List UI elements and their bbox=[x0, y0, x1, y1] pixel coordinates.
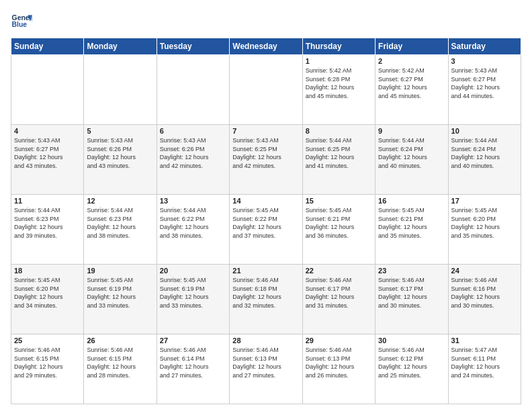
day-info: Sunrise: 5:45 AM Sunset: 6:20 PM Dayligh… bbox=[14, 276, 81, 310]
day-number: 19 bbox=[87, 267, 153, 275]
weekday-header-wednesday: Wednesday bbox=[230, 38, 302, 55]
day-number: 21 bbox=[232, 267, 299, 275]
day-number: 31 bbox=[451, 336, 518, 345]
day-number: 11 bbox=[14, 197, 81, 205]
day-number: 27 bbox=[160, 336, 226, 345]
calendar-cell bbox=[230, 55, 302, 125]
calendar-cell: 1Sunrise: 5:42 AM Sunset: 6:28 PM Daylig… bbox=[302, 55, 375, 125]
calendar-cell: 19Sunrise: 5:45 AM Sunset: 6:19 PM Dayli… bbox=[84, 265, 157, 334]
calendar-cell: 27Sunrise: 5:46 AM Sunset: 6:14 PM Dayli… bbox=[157, 334, 229, 404]
day-number: 6 bbox=[160, 127, 226, 135]
calendar-cell: 10Sunrise: 5:44 AM Sunset: 6:24 PM Dayli… bbox=[448, 125, 521, 195]
calendar-cell: 18Sunrise: 5:45 AM Sunset: 6:20 PM Dayli… bbox=[11, 265, 84, 334]
day-number: 29 bbox=[306, 336, 372, 345]
calendar-cell: 6Sunrise: 5:43 AM Sunset: 6:26 PM Daylig… bbox=[157, 125, 229, 195]
day-number: 3 bbox=[451, 57, 518, 65]
calendar-cell: 31Sunrise: 5:47 AM Sunset: 6:11 PM Dayli… bbox=[448, 334, 521, 404]
day-info: Sunrise: 5:43 AM Sunset: 6:25 PM Dayligh… bbox=[232, 136, 299, 170]
day-info: Sunrise: 5:42 AM Sunset: 6:28 PM Dayligh… bbox=[306, 66, 372, 100]
day-number: 2 bbox=[378, 57, 445, 65]
day-number: 25 bbox=[14, 336, 81, 345]
day-number: 23 bbox=[378, 267, 445, 275]
day-number: 8 bbox=[306, 127, 372, 135]
day-info: Sunrise: 5:46 AM Sunset: 6:15 PM Dayligh… bbox=[14, 346, 81, 379]
day-info: Sunrise: 5:44 AM Sunset: 6:23 PM Dayligh… bbox=[87, 206, 153, 240]
calendar-cell: 2Sunrise: 5:42 AM Sunset: 6:27 PM Daylig… bbox=[375, 55, 448, 125]
day-number: 16 bbox=[378, 197, 445, 205]
day-info: Sunrise: 5:45 AM Sunset: 6:22 PM Dayligh… bbox=[232, 206, 299, 240]
week-row-2: 4Sunrise: 5:43 AM Sunset: 6:27 PM Daylig… bbox=[11, 125, 521, 195]
calendar-cell: 5Sunrise: 5:43 AM Sunset: 6:26 PM Daylig… bbox=[84, 125, 157, 195]
day-info: Sunrise: 5:44 AM Sunset: 6:23 PM Dayligh… bbox=[14, 206, 81, 240]
svg-text:Blue: Blue bbox=[12, 21, 28, 28]
calendar-cell bbox=[84, 55, 157, 125]
day-number: 5 bbox=[87, 127, 153, 135]
day-info: Sunrise: 5:46 AM Sunset: 6:17 PM Dayligh… bbox=[306, 276, 372, 310]
calendar-cell: 16Sunrise: 5:45 AM Sunset: 6:21 PM Dayli… bbox=[375, 195, 448, 265]
day-info: Sunrise: 5:45 AM Sunset: 6:21 PM Dayligh… bbox=[378, 206, 445, 240]
day-number: 7 bbox=[232, 127, 299, 135]
day-info: Sunrise: 5:46 AM Sunset: 6:16 PM Dayligh… bbox=[451, 276, 518, 310]
logo-icon: General Blue bbox=[11, 11, 32, 32]
day-number: 13 bbox=[160, 197, 226, 205]
day-info: Sunrise: 5:46 AM Sunset: 6:17 PM Dayligh… bbox=[378, 276, 445, 310]
week-row-4: 18Sunrise: 5:45 AM Sunset: 6:20 PM Dayli… bbox=[11, 265, 521, 334]
day-number: 10 bbox=[451, 127, 518, 135]
day-info: Sunrise: 5:46 AM Sunset: 6:18 PM Dayligh… bbox=[232, 276, 299, 310]
calendar-cell: 22Sunrise: 5:46 AM Sunset: 6:17 PM Dayli… bbox=[302, 265, 375, 334]
day-info: Sunrise: 5:44 AM Sunset: 6:24 PM Dayligh… bbox=[378, 136, 445, 170]
day-info: Sunrise: 5:43 AM Sunset: 6:26 PM Dayligh… bbox=[87, 136, 153, 170]
calendar-cell: 8Sunrise: 5:44 AM Sunset: 6:25 PM Daylig… bbox=[302, 125, 375, 195]
day-number: 26 bbox=[87, 336, 153, 345]
calendar-table: SundayMondayTuesdayWednesdayThursdayFrid… bbox=[11, 38, 521, 404]
day-number: 20 bbox=[160, 267, 226, 275]
day-number: 24 bbox=[451, 267, 518, 275]
calendar-cell: 30Sunrise: 5:46 AM Sunset: 6:12 PM Dayli… bbox=[375, 334, 448, 404]
calendar-cell: 7Sunrise: 5:43 AM Sunset: 6:25 PM Daylig… bbox=[230, 125, 302, 195]
day-info: Sunrise: 5:46 AM Sunset: 6:13 PM Dayligh… bbox=[232, 346, 299, 379]
weekday-header-sunday: Sunday bbox=[11, 38, 84, 55]
day-info: Sunrise: 5:43 AM Sunset: 6:27 PM Dayligh… bbox=[451, 66, 518, 100]
day-info: Sunrise: 5:45 AM Sunset: 6:19 PM Dayligh… bbox=[160, 276, 226, 310]
day-number: 1 bbox=[306, 57, 372, 65]
day-number: 9 bbox=[378, 127, 445, 135]
day-number: 28 bbox=[232, 336, 299, 345]
weekday-header-saturday: Saturday bbox=[448, 38, 521, 55]
calendar-cell bbox=[11, 55, 84, 125]
calendar-cell: 15Sunrise: 5:45 AM Sunset: 6:21 PM Dayli… bbox=[302, 195, 375, 265]
calendar-cell: 17Sunrise: 5:45 AM Sunset: 6:20 PM Dayli… bbox=[448, 195, 521, 265]
calendar-cell: 25Sunrise: 5:46 AM Sunset: 6:15 PM Dayli… bbox=[11, 334, 84, 404]
logo: General Blue bbox=[11, 11, 32, 32]
calendar-cell: 14Sunrise: 5:45 AM Sunset: 6:22 PM Dayli… bbox=[230, 195, 302, 265]
page: General Blue SundayMondayTuesdayWednesda… bbox=[0, 0, 532, 411]
day-number: 17 bbox=[451, 197, 518, 205]
day-number: 14 bbox=[232, 197, 299, 205]
day-info: Sunrise: 5:45 AM Sunset: 6:20 PM Dayligh… bbox=[451, 206, 518, 240]
day-number: 15 bbox=[306, 197, 372, 205]
calendar-cell: 29Sunrise: 5:46 AM Sunset: 6:13 PM Dayli… bbox=[302, 334, 375, 404]
weekday-header-thursday: Thursday bbox=[302, 38, 375, 55]
calendar-cell: 4Sunrise: 5:43 AM Sunset: 6:27 PM Daylig… bbox=[11, 125, 84, 195]
day-info: Sunrise: 5:46 AM Sunset: 6:14 PM Dayligh… bbox=[160, 346, 226, 379]
week-row-1: 1Sunrise: 5:42 AM Sunset: 6:28 PM Daylig… bbox=[11, 55, 521, 125]
calendar-cell bbox=[157, 55, 229, 125]
day-number: 18 bbox=[14, 267, 81, 275]
header: General Blue bbox=[11, 11, 521, 32]
week-row-3: 11Sunrise: 5:44 AM Sunset: 6:23 PM Dayli… bbox=[11, 195, 521, 265]
calendar-cell: 21Sunrise: 5:46 AM Sunset: 6:18 PM Dayli… bbox=[230, 265, 302, 334]
calendar-cell: 11Sunrise: 5:44 AM Sunset: 6:23 PM Dayli… bbox=[11, 195, 84, 265]
day-info: Sunrise: 5:47 AM Sunset: 6:11 PM Dayligh… bbox=[451, 346, 518, 379]
calendar-cell: 23Sunrise: 5:46 AM Sunset: 6:17 PM Dayli… bbox=[375, 265, 448, 334]
calendar-cell: 26Sunrise: 5:46 AM Sunset: 6:15 PM Dayli… bbox=[84, 334, 157, 404]
day-info: Sunrise: 5:46 AM Sunset: 6:12 PM Dayligh… bbox=[378, 346, 445, 379]
day-info: Sunrise: 5:44 AM Sunset: 6:25 PM Dayligh… bbox=[306, 136, 372, 170]
day-info: Sunrise: 5:43 AM Sunset: 6:27 PM Dayligh… bbox=[14, 136, 81, 170]
day-number: 12 bbox=[87, 197, 153, 205]
day-number: 4 bbox=[14, 127, 81, 135]
weekday-header-tuesday: Tuesday bbox=[157, 38, 229, 55]
day-number: 22 bbox=[306, 267, 372, 275]
weekday-header-monday: Monday bbox=[84, 38, 157, 55]
calendar-cell: 3Sunrise: 5:43 AM Sunset: 6:27 PM Daylig… bbox=[448, 55, 521, 125]
calendar-cell: 9Sunrise: 5:44 AM Sunset: 6:24 PM Daylig… bbox=[375, 125, 448, 195]
day-info: Sunrise: 5:45 AM Sunset: 6:21 PM Dayligh… bbox=[306, 206, 372, 240]
